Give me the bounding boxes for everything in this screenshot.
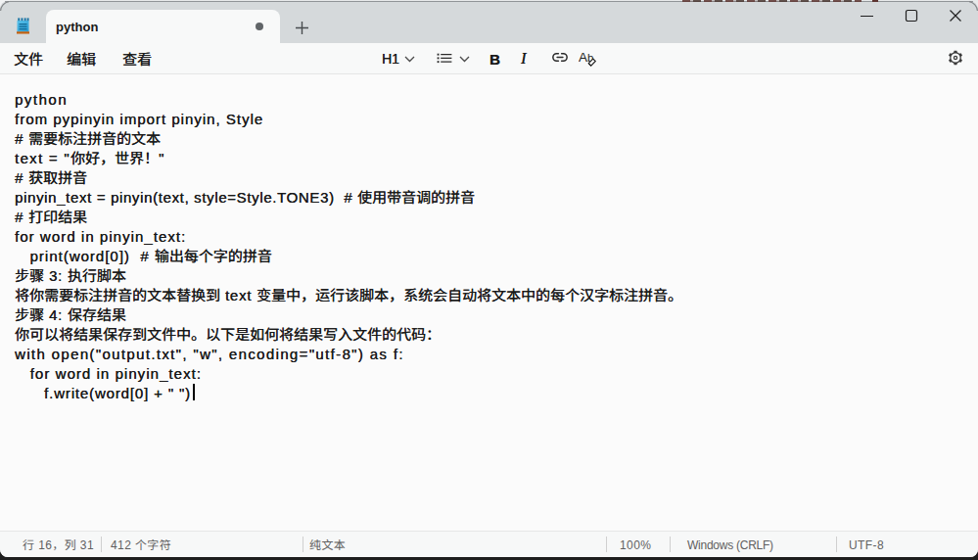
svg-text:A: A <box>579 50 587 65</box>
